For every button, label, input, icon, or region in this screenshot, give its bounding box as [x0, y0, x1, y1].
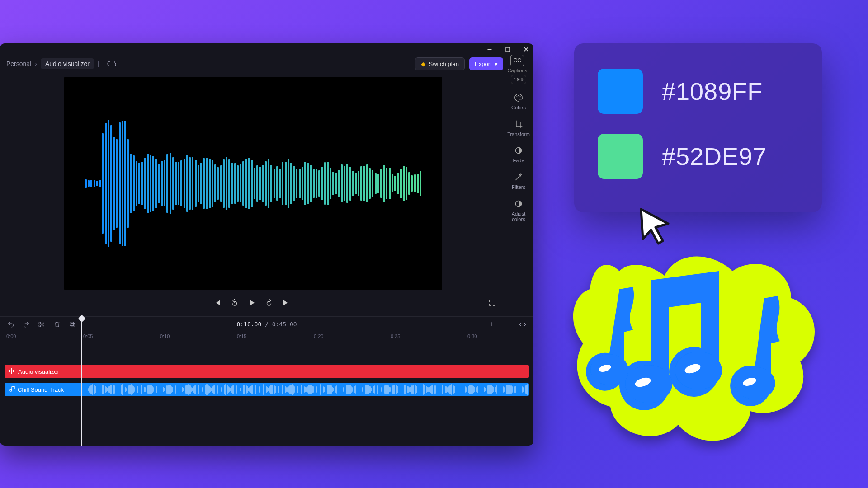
svg-rect-0: [506, 47, 510, 52]
prop-colors[interactable]: Colors: [511, 92, 526, 111]
contrast-icon: [513, 198, 524, 209]
visualizer-bars-icon: [9, 368, 15, 375]
delete-button[interactable]: [52, 320, 61, 329]
breadcrumb: Personal › Audio visualizer |: [6, 58, 117, 69]
add-track-button[interactable]: ＋: [487, 320, 496, 329]
svg-rect-10: [9, 370, 10, 372]
track-visualizer-label: Audio visualizer: [18, 368, 59, 375]
split-button[interactable]: [37, 320, 46, 329]
ruler-tick: 0:10: [160, 333, 170, 339]
music-notes-sticker: [565, 239, 827, 456]
captions-button[interactable]: CC: [510, 55, 524, 66]
ruler-tick: 0:05: [83, 333, 93, 339]
hex-label-1: #1089FF: [662, 77, 763, 105]
prop-filters[interactable]: Filters: [512, 172, 525, 190]
track-waveform: [88, 383, 529, 396]
svg-point-3: [520, 96, 521, 97]
duplicate-button[interactable]: [68, 320, 77, 329]
cloud-sync-icon[interactable]: [107, 59, 117, 69]
prop-transform[interactable]: Transform: [507, 119, 530, 137]
svg-rect-9: [71, 323, 75, 327]
properties-sidebar: 16:9 Colors Transform Fade: [504, 72, 533, 316]
play-button[interactable]: [247, 298, 257, 308]
swatch-row-2: #52DE97: [598, 134, 798, 179]
app-header: Personal › Audio visualizer | ◆ Switch p…: [0, 55, 533, 72]
breadcrumb-workspace[interactable]: Personal: [6, 60, 31, 67]
svg-rect-11: [11, 368, 12, 374]
prop-fade[interactable]: Fade: [513, 145, 524, 164]
ruler-tick: 0:25: [391, 333, 400, 339]
music-note-icon: [9, 386, 15, 394]
forward-button[interactable]: [264, 298, 274, 308]
svg-rect-8: [70, 322, 74, 325]
svg-point-6: [39, 322, 41, 324]
color-swatch-blue[interactable]: [598, 69, 643, 114]
svg-point-1: [516, 96, 517, 97]
ruler-tick: 0:00: [6, 333, 16, 339]
audio-visualizer-preview: [85, 77, 421, 290]
track-audio-label: Chill Sound Track: [18, 386, 64, 393]
timeline-ruler[interactable]: 0:000:050:100:150:200:250:30: [0, 332, 533, 341]
zoom-out-button[interactable]: －: [503, 320, 512, 329]
timeline-tracks: Audio visualizer Chill Sound Track: [0, 341, 533, 405]
playhead[interactable]: [81, 317, 82, 446]
wand-icon: [513, 172, 524, 183]
breadcrumb-project[interactable]: Audio visualizer: [41, 58, 94, 69]
export-label: Export: [475, 61, 492, 67]
color-palette-card: #1089FF #52DE97: [574, 43, 822, 212]
total-time: 0:45.00: [272, 321, 297, 328]
prop-adjust-colors[interactable]: Adjust colors: [512, 198, 526, 222]
fullscreen-button[interactable]: [487, 298, 497, 308]
swatch-row-1: #1089FF: [598, 69, 798, 114]
svg-point-14: [675, 352, 722, 389]
ruler-tick: 0:30: [467, 333, 477, 339]
skip-back-button[interactable]: [212, 298, 222, 308]
timeline-time-display: 0:10.00 / 0:45.00: [236, 321, 297, 328]
playback-controls: [0, 294, 504, 312]
switch-plan-label: Switch plan: [429, 61, 459, 67]
half-circle-icon: [513, 145, 524, 156]
maximize-button[interactable]: [504, 45, 512, 53]
zoom-fit-button[interactable]: [518, 320, 527, 329]
skip-forward-button[interactable]: [281, 298, 291, 308]
window-titlebar: – ✕: [0, 43, 533, 55]
track-audio[interactable]: Chill Sound Track: [5, 383, 529, 396]
preview-canvas[interactable]: [64, 77, 442, 290]
chevron-right-icon: ›: [35, 60, 37, 67]
timeline-panel: 0:10.00 / 0:45.00 ＋ － 0:000:050:100:150:…: [0, 316, 533, 446]
rewind-button[interactable]: [230, 298, 240, 308]
svg-point-19: [735, 367, 775, 399]
svg-point-2: [518, 95, 519, 96]
aspect-ratio-chip[interactable]: 16:9: [511, 75, 526, 84]
minimize-button[interactable]: –: [486, 45, 494, 53]
hex-label-2: #52DE97: [662, 142, 767, 170]
close-button[interactable]: ✕: [522, 45, 530, 53]
ruler-tick: 0:20: [314, 333, 323, 339]
crop-icon: [513, 119, 524, 130]
export-button[interactable]: Export ▾: [469, 57, 503, 70]
svg-rect-12: [13, 370, 14, 372]
palette-icon: [513, 92, 524, 103]
svg-point-13: [625, 365, 672, 403]
svg-point-17: [590, 354, 628, 385]
svg-point-7: [39, 325, 41, 327]
video-editor-window: – ✕ Personal › Audio visualizer | ◆ Swit…: [0, 43, 533, 446]
redo-button[interactable]: [22, 320, 31, 329]
track-visualizer[interactable]: Audio visualizer: [5, 365, 529, 378]
diamond-icon: ◆: [421, 61, 425, 67]
switch-plan-button[interactable]: ◆ Switch plan: [415, 57, 465, 70]
divider: |: [98, 60, 99, 67]
undo-button[interactable]: [6, 320, 15, 329]
color-swatch-green[interactable]: [598, 134, 643, 179]
chevron-down-icon: ▾: [495, 61, 498, 67]
current-time: 0:10.00: [236, 321, 261, 328]
ruler-tick: 0:15: [237, 333, 246, 339]
preview-area: [0, 72, 504, 316]
